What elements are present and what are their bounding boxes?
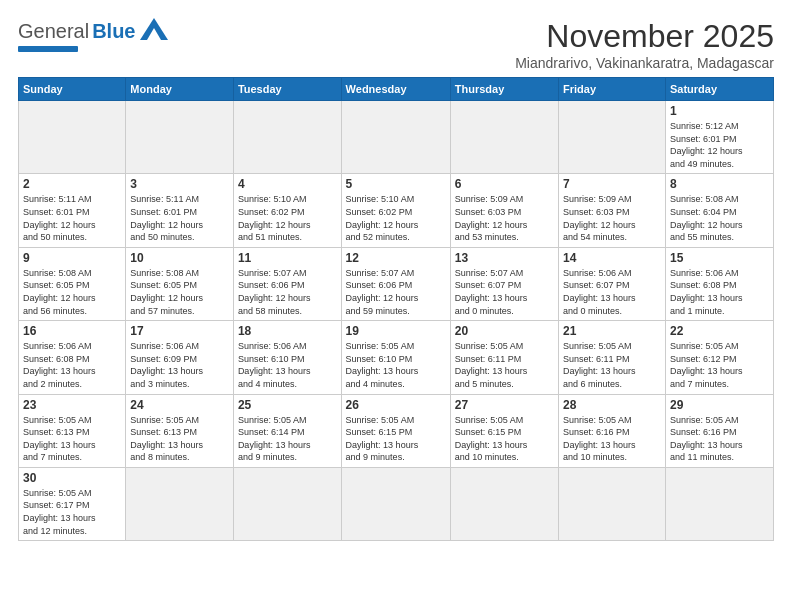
calendar-cell: 28Sunrise: 5:05 AM Sunset: 6:16 PM Dayli… <box>559 394 666 467</box>
logo-bar <box>18 46 78 52</box>
day-info: Sunrise: 5:07 AM Sunset: 6:07 PM Dayligh… <box>455 267 554 317</box>
calendar-cell <box>450 101 558 174</box>
col-header-wednesday: Wednesday <box>341 78 450 101</box>
calendar-cell: 29Sunrise: 5:05 AM Sunset: 6:16 PM Dayli… <box>665 394 773 467</box>
day-info: Sunrise: 5:05 AM Sunset: 6:15 PM Dayligh… <box>455 414 554 464</box>
calendar-cell <box>126 101 234 174</box>
day-info: Sunrise: 5:10 AM Sunset: 6:02 PM Dayligh… <box>238 193 337 243</box>
day-number: 29 <box>670 398 769 412</box>
day-number: 11 <box>238 251 337 265</box>
day-number: 18 <box>238 324 337 338</box>
page: General Blue November 2025 Miandrarivo, … <box>0 0 792 612</box>
col-header-sunday: Sunday <box>19 78 126 101</box>
day-info: Sunrise: 5:05 AM Sunset: 6:11 PM Dayligh… <box>455 340 554 390</box>
calendar-cell: 27Sunrise: 5:05 AM Sunset: 6:15 PM Dayli… <box>450 394 558 467</box>
day-info: Sunrise: 5:07 AM Sunset: 6:06 PM Dayligh… <box>346 267 446 317</box>
day-info: Sunrise: 5:09 AM Sunset: 6:03 PM Dayligh… <box>563 193 661 243</box>
location: Miandrarivo, Vakinankaratra, Madagascar <box>515 55 774 71</box>
day-number: 16 <box>23 324 121 338</box>
day-number: 17 <box>130 324 229 338</box>
day-info: Sunrise: 5:06 AM Sunset: 6:10 PM Dayligh… <box>238 340 337 390</box>
calendar-cell: 20Sunrise: 5:05 AM Sunset: 6:11 PM Dayli… <box>450 321 558 394</box>
logo-general: General <box>18 20 89 43</box>
col-header-saturday: Saturday <box>665 78 773 101</box>
calendar-cell <box>559 467 666 540</box>
title-section: November 2025 Miandrarivo, Vakinankaratr… <box>515 18 774 71</box>
col-header-monday: Monday <box>126 78 234 101</box>
calendar-cell: 5Sunrise: 5:10 AM Sunset: 6:02 PM Daylig… <box>341 174 450 247</box>
calendar-cell: 6Sunrise: 5:09 AM Sunset: 6:03 PM Daylig… <box>450 174 558 247</box>
day-number: 8 <box>670 177 769 191</box>
day-number: 7 <box>563 177 661 191</box>
calendar-cell: 17Sunrise: 5:06 AM Sunset: 6:09 PM Dayli… <box>126 321 234 394</box>
day-number: 2 <box>23 177 121 191</box>
day-info: Sunrise: 5:06 AM Sunset: 6:08 PM Dayligh… <box>23 340 121 390</box>
day-number: 27 <box>455 398 554 412</box>
calendar-cell: 23Sunrise: 5:05 AM Sunset: 6:13 PM Dayli… <box>19 394 126 467</box>
calendar-cell: 14Sunrise: 5:06 AM Sunset: 6:07 PM Dayli… <box>559 247 666 320</box>
calendar-cell: 15Sunrise: 5:06 AM Sunset: 6:08 PM Dayli… <box>665 247 773 320</box>
calendar-cell: 16Sunrise: 5:06 AM Sunset: 6:08 PM Dayli… <box>19 321 126 394</box>
day-info: Sunrise: 5:06 AM Sunset: 6:09 PM Dayligh… <box>130 340 229 390</box>
calendar-cell: 19Sunrise: 5:05 AM Sunset: 6:10 PM Dayli… <box>341 321 450 394</box>
day-number: 22 <box>670 324 769 338</box>
day-info: Sunrise: 5:05 AM Sunset: 6:16 PM Dayligh… <box>563 414 661 464</box>
calendar-cell: 8Sunrise: 5:08 AM Sunset: 6:04 PM Daylig… <box>665 174 773 247</box>
col-header-friday: Friday <box>559 78 666 101</box>
calendar-cell <box>233 101 341 174</box>
day-number: 23 <box>23 398 121 412</box>
col-header-tuesday: Tuesday <box>233 78 341 101</box>
day-info: Sunrise: 5:08 AM Sunset: 6:05 PM Dayligh… <box>130 267 229 317</box>
day-info: Sunrise: 5:05 AM Sunset: 6:13 PM Dayligh… <box>130 414 229 464</box>
calendar-cell: 12Sunrise: 5:07 AM Sunset: 6:06 PM Dayli… <box>341 247 450 320</box>
day-info: Sunrise: 5:06 AM Sunset: 6:08 PM Dayligh… <box>670 267 769 317</box>
calendar-cell: 22Sunrise: 5:05 AM Sunset: 6:12 PM Dayli… <box>665 321 773 394</box>
calendar-cell: 7Sunrise: 5:09 AM Sunset: 6:03 PM Daylig… <box>559 174 666 247</box>
day-info: Sunrise: 5:08 AM Sunset: 6:05 PM Dayligh… <box>23 267 121 317</box>
day-number: 9 <box>23 251 121 265</box>
day-number: 10 <box>130 251 229 265</box>
calendar-cell: 25Sunrise: 5:05 AM Sunset: 6:14 PM Dayli… <box>233 394 341 467</box>
calendar-cell: 1Sunrise: 5:12 AM Sunset: 6:01 PM Daylig… <box>665 101 773 174</box>
day-number: 24 <box>130 398 229 412</box>
calendar-cell <box>450 467 558 540</box>
day-number: 1 <box>670 104 769 118</box>
header: General Blue November 2025 Miandrarivo, … <box>18 18 774 71</box>
day-info: Sunrise: 5:05 AM Sunset: 6:11 PM Dayligh… <box>563 340 661 390</box>
day-info: Sunrise: 5:05 AM Sunset: 6:12 PM Dayligh… <box>670 340 769 390</box>
day-info: Sunrise: 5:05 AM Sunset: 6:16 PM Dayligh… <box>670 414 769 464</box>
calendar-cell: 2Sunrise: 5:11 AM Sunset: 6:01 PM Daylig… <box>19 174 126 247</box>
day-number: 30 <box>23 471 121 485</box>
day-number: 25 <box>238 398 337 412</box>
col-header-thursday: Thursday <box>450 78 558 101</box>
day-info: Sunrise: 5:05 AM Sunset: 6:13 PM Dayligh… <box>23 414 121 464</box>
logo-icon <box>140 18 168 44</box>
calendar-cell <box>341 467 450 540</box>
day-info: Sunrise: 5:07 AM Sunset: 6:06 PM Dayligh… <box>238 267 337 317</box>
calendar-cell: 18Sunrise: 5:06 AM Sunset: 6:10 PM Dayli… <box>233 321 341 394</box>
day-info: Sunrise: 5:11 AM Sunset: 6:01 PM Dayligh… <box>23 193 121 243</box>
day-number: 21 <box>563 324 661 338</box>
day-info: Sunrise: 5:05 AM Sunset: 6:10 PM Dayligh… <box>346 340 446 390</box>
calendar-cell: 26Sunrise: 5:05 AM Sunset: 6:15 PM Dayli… <box>341 394 450 467</box>
day-number: 3 <box>130 177 229 191</box>
day-info: Sunrise: 5:11 AM Sunset: 6:01 PM Dayligh… <box>130 193 229 243</box>
calendar-cell: 11Sunrise: 5:07 AM Sunset: 6:06 PM Dayli… <box>233 247 341 320</box>
day-info: Sunrise: 5:05 AM Sunset: 6:14 PM Dayligh… <box>238 414 337 464</box>
calendar-cell: 21Sunrise: 5:05 AM Sunset: 6:11 PM Dayli… <box>559 321 666 394</box>
day-info: Sunrise: 5:08 AM Sunset: 6:04 PM Dayligh… <box>670 193 769 243</box>
calendar-cell <box>126 467 234 540</box>
day-info: Sunrise: 5:10 AM Sunset: 6:02 PM Dayligh… <box>346 193 446 243</box>
month-title: November 2025 <box>515 18 774 55</box>
day-number: 28 <box>563 398 661 412</box>
day-info: Sunrise: 5:05 AM Sunset: 6:17 PM Dayligh… <box>23 487 121 537</box>
day-number: 5 <box>346 177 446 191</box>
day-number: 6 <box>455 177 554 191</box>
calendar-cell: 13Sunrise: 5:07 AM Sunset: 6:07 PM Dayli… <box>450 247 558 320</box>
day-info: Sunrise: 5:06 AM Sunset: 6:07 PM Dayligh… <box>563 267 661 317</box>
calendar-cell: 30Sunrise: 5:05 AM Sunset: 6:17 PM Dayli… <box>19 467 126 540</box>
day-number: 14 <box>563 251 661 265</box>
day-info: Sunrise: 5:09 AM Sunset: 6:03 PM Dayligh… <box>455 193 554 243</box>
calendar-cell: 10Sunrise: 5:08 AM Sunset: 6:05 PM Dayli… <box>126 247 234 320</box>
day-info: Sunrise: 5:05 AM Sunset: 6:15 PM Dayligh… <box>346 414 446 464</box>
